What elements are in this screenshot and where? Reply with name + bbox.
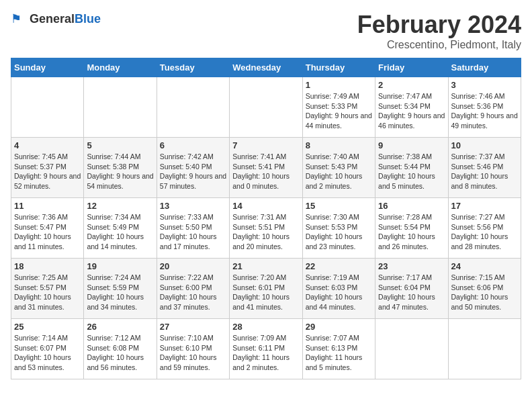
day-info: Sunrise: 7:34 AM Sunset: 5:49 PM Dayligh…	[87, 212, 153, 252]
day-info: Sunrise: 7:20 AM Sunset: 6:01 PM Dayligh…	[232, 273, 299, 312]
day-info: Sunrise: 7:25 AM Sunset: 5:57 PM Dayligh…	[14, 273, 81, 312]
day-number: 2	[378, 80, 445, 90]
day-info: Sunrise: 7:37 AM Sunset: 5:46 PM Dayligh…	[451, 152, 518, 191]
day-info: Sunrise: 7:45 AM Sunset: 5:37 PM Dayligh…	[14, 152, 81, 191]
day-number: 27	[160, 322, 226, 332]
calendar-cell: 3Sunrise: 7:46 AM Sunset: 5:36 PM Daylig…	[448, 77, 521, 138]
calendar-header-row: SundayMondayTuesdayWednesdayThursdayFrid…	[11, 58, 521, 77]
day-number: 10	[451, 140, 518, 150]
calendar-cell: 27Sunrise: 7:10 AM Sunset: 6:10 PM Dayli…	[157, 319, 229, 379]
day-number: 16	[378, 201, 445, 211]
calendar-cell: 29Sunrise: 7:07 AM Sunset: 6:13 PM Dayli…	[302, 319, 375, 379]
calendar-cell: 14Sunrise: 7:31 AM Sunset: 5:51 PM Dayli…	[230, 198, 302, 259]
column-header-sunday: Sunday	[11, 58, 84, 77]
logo-blue: Blue	[75, 12, 101, 26]
day-info: Sunrise: 7:24 AM Sunset: 5:59 PM Dayligh…	[87, 273, 153, 312]
day-info: Sunrise: 7:38 AM Sunset: 5:44 PM Dayligh…	[378, 152, 445, 191]
calendar-week-row: 4Sunrise: 7:45 AM Sunset: 5:37 PM Daylig…	[11, 138, 521, 198]
logo: ⚑ GeneralBlue	[11, 11, 101, 27]
day-info: Sunrise: 7:49 AM Sunset: 5:33 PM Dayligh…	[306, 91, 372, 131]
calendar-cell: 4Sunrise: 7:45 AM Sunset: 5:37 PM Daylig…	[11, 138, 84, 198]
column-header-monday: Monday	[84, 58, 157, 77]
calendar-cell	[230, 77, 302, 138]
day-info: Sunrise: 7:07 AM Sunset: 6:13 PM Dayligh…	[306, 333, 372, 373]
day-info: Sunrise: 7:30 AM Sunset: 5:53 PM Dayligh…	[306, 212, 372, 252]
day-number: 18	[14, 261, 81, 271]
calendar-cell: 6Sunrise: 7:42 AM Sunset: 5:40 PM Daylig…	[157, 138, 229, 198]
column-header-saturday: Saturday	[448, 58, 521, 77]
calendar-cell	[157, 77, 229, 138]
day-number: 24	[451, 261, 518, 271]
calendar-cell	[84, 77, 157, 138]
day-info: Sunrise: 7:22 AM Sunset: 6:00 PM Dayligh…	[160, 273, 226, 312]
calendar-cell: 12Sunrise: 7:34 AM Sunset: 5:49 PM Dayli…	[84, 198, 157, 259]
day-info: Sunrise: 7:12 AM Sunset: 6:08 PM Dayligh…	[87, 333, 153, 373]
calendar-cell: 5Sunrise: 7:44 AM Sunset: 5:38 PM Daylig…	[84, 138, 157, 198]
calendar-cell: 19Sunrise: 7:24 AM Sunset: 5:59 PM Dayli…	[84, 259, 157, 319]
day-number: 11	[14, 201, 81, 211]
calendar-cell: 11Sunrise: 7:36 AM Sunset: 5:47 PM Dayli…	[11, 198, 84, 259]
column-header-tuesday: Tuesday	[157, 58, 229, 77]
logo-general: General	[30, 12, 75, 26]
day-number: 21	[232, 261, 299, 271]
day-number: 25	[14, 322, 81, 332]
calendar-cell: 1Sunrise: 7:49 AM Sunset: 5:33 PM Daylig…	[302, 77, 375, 138]
calendar-cell: 2Sunrise: 7:47 AM Sunset: 5:34 PM Daylig…	[375, 77, 448, 138]
day-number: 4	[14, 140, 81, 150]
calendar-cell: 21Sunrise: 7:20 AM Sunset: 6:01 PM Dayli…	[230, 259, 302, 319]
day-number: 7	[232, 140, 299, 150]
calendar-cell: 7Sunrise: 7:41 AM Sunset: 5:41 PM Daylig…	[230, 138, 302, 198]
day-info: Sunrise: 7:15 AM Sunset: 6:06 PM Dayligh…	[451, 273, 518, 312]
calendar-cell: 25Sunrise: 7:14 AM Sunset: 6:07 PM Dayli…	[11, 319, 84, 379]
day-info: Sunrise: 7:10 AM Sunset: 6:10 PM Dayligh…	[160, 333, 226, 373]
day-number: 29	[306, 322, 372, 332]
day-info: Sunrise: 7:27 AM Sunset: 5:56 PM Dayligh…	[451, 212, 518, 252]
day-number: 12	[87, 201, 153, 211]
column-header-thursday: Thursday	[302, 58, 375, 77]
day-number: 9	[378, 140, 445, 150]
day-info: Sunrise: 7:09 AM Sunset: 6:11 PM Dayligh…	[232, 333, 299, 373]
day-info: Sunrise: 7:17 AM Sunset: 6:04 PM Dayligh…	[378, 273, 445, 312]
day-info: Sunrise: 7:44 AM Sunset: 5:38 PM Dayligh…	[87, 152, 153, 191]
page-header: ⚑ GeneralBlue February 2024 Crescentino,…	[11, 11, 521, 51]
day-info: Sunrise: 7:41 AM Sunset: 5:41 PM Dayligh…	[232, 152, 299, 191]
calendar-week-row: 1Sunrise: 7:49 AM Sunset: 5:33 PM Daylig…	[11, 77, 521, 138]
day-number: 23	[378, 261, 445, 271]
day-number: 28	[232, 322, 299, 332]
day-info: Sunrise: 7:46 AM Sunset: 5:36 PM Dayligh…	[451, 91, 518, 131]
svg-text:⚑: ⚑	[11, 12, 21, 26]
location-subtitle: Crescentino, Piedmont, Italy	[357, 39, 521, 51]
day-number: 6	[160, 140, 226, 150]
day-info: Sunrise: 7:42 AM Sunset: 5:40 PM Dayligh…	[160, 152, 226, 191]
calendar-cell: 9Sunrise: 7:38 AM Sunset: 5:44 PM Daylig…	[375, 138, 448, 198]
calendar-cell: 15Sunrise: 7:30 AM Sunset: 5:53 PM Dayli…	[302, 198, 375, 259]
day-info: Sunrise: 7:47 AM Sunset: 5:34 PM Dayligh…	[378, 91, 445, 131]
calendar-cell	[375, 319, 448, 379]
calendar-cell: 16Sunrise: 7:28 AM Sunset: 5:54 PM Dayli…	[375, 198, 448, 259]
day-number: 17	[451, 201, 518, 211]
day-number: 5	[87, 140, 153, 150]
day-number: 20	[160, 261, 226, 271]
calendar-cell: 17Sunrise: 7:27 AM Sunset: 5:56 PM Dayli…	[448, 198, 521, 259]
day-number: 14	[232, 201, 299, 211]
calendar-cell: 28Sunrise: 7:09 AM Sunset: 6:11 PM Dayli…	[230, 319, 302, 379]
day-info: Sunrise: 7:19 AM Sunset: 6:03 PM Dayligh…	[306, 273, 372, 312]
day-number: 15	[306, 201, 372, 211]
day-number: 22	[306, 261, 372, 271]
calendar-cell: 8Sunrise: 7:40 AM Sunset: 5:43 PM Daylig…	[302, 138, 375, 198]
day-info: Sunrise: 7:28 AM Sunset: 5:54 PM Dayligh…	[378, 212, 445, 252]
calendar-table: SundayMondayTuesdayWednesdayThursdayFrid…	[11, 58, 521, 379]
calendar-week-row: 18Sunrise: 7:25 AM Sunset: 5:57 PM Dayli…	[11, 259, 521, 319]
calendar-cell: 13Sunrise: 7:33 AM Sunset: 5:50 PM Dayli…	[157, 198, 229, 259]
day-info: Sunrise: 7:33 AM Sunset: 5:50 PM Dayligh…	[160, 212, 226, 252]
calendar-week-row: 25Sunrise: 7:14 AM Sunset: 6:07 PM Dayli…	[11, 319, 521, 379]
day-number: 8	[306, 140, 372, 150]
calendar-cell: 18Sunrise: 7:25 AM Sunset: 5:57 PM Dayli…	[11, 259, 84, 319]
calendar-cell	[11, 77, 84, 138]
calendar-week-row: 11Sunrise: 7:36 AM Sunset: 5:47 PM Dayli…	[11, 198, 521, 259]
day-info: Sunrise: 7:40 AM Sunset: 5:43 PM Dayligh…	[306, 152, 372, 191]
day-number: 26	[87, 322, 153, 332]
calendar-cell: 23Sunrise: 7:17 AM Sunset: 6:04 PM Dayli…	[375, 259, 448, 319]
calendar-cell: 10Sunrise: 7:37 AM Sunset: 5:46 PM Dayli…	[448, 138, 521, 198]
calendar-cell: 20Sunrise: 7:22 AM Sunset: 6:00 PM Dayli…	[157, 259, 229, 319]
